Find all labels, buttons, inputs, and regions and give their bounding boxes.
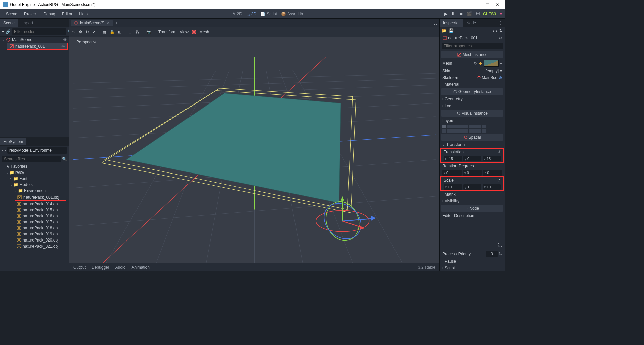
close-button[interactable]: ✕ [496,2,499,7]
path-input[interactable] [7,147,67,154]
filter-properties-input[interactable] [442,43,503,49]
rotation-x-input[interactable]: x0 [442,170,462,176]
add-node-button[interactable]: + [2,28,4,35]
tree-node-child[interactable]: naturePack_001 👁 [7,43,67,49]
section-transform[interactable]: ⌄Transform [440,141,505,148]
prop-skin-value[interactable]: [empty] [486,69,499,73]
favorites-item[interactable]: ★ Favorites: [0,163,69,169]
move-mode-button[interactable]: ✥ [79,30,82,34]
dock-options-icon[interactable]: ⋮ [63,139,67,144]
fs-root[interactable]: ⌄📁res:// [0,169,69,176]
expand-bottom-button[interactable]: ⛶ [498,243,502,247]
fs-file[interactable]: naturePack_015.obj [0,207,69,213]
add-scene-tab-button[interactable]: + [115,21,118,25]
section-lod[interactable]: ›Lod [440,102,505,109]
tab-filesystem[interactable]: FileSystem [0,138,26,145]
menu-scene[interactable]: Scene [3,10,21,18]
revert-icon[interactable]: ↺ [497,150,501,154]
tab-scene[interactable]: Scene [0,19,18,27]
transform-menu[interactable]: Transform [158,30,176,34]
list-select-button[interactable]: ▦ [103,30,106,34]
animation-tab[interactable]: Animation [131,265,149,270]
section-script[interactable]: ›Script [440,265,505,271]
open-resource-button[interactable]: 📂 [442,28,447,33]
translation-x-input[interactable]: x-15 [444,156,462,161]
translation-y-input[interactable]: y0 [463,156,481,161]
fs-file[interactable]: naturePack_001.obj [15,194,66,200]
play-button[interactable]: ▶ [444,11,448,16]
editor-assetlib-button[interactable]: 📦 AssetLib [281,12,303,16]
renderer-label[interactable]: GLES3 [483,12,496,16]
history-prev-button[interactable]: ‹ [493,28,494,33]
fs-file[interactable]: naturePack_014.obj [0,201,69,207]
stop-button[interactable]: ⏹ [459,11,463,16]
visibility-icon[interactable]: 👁 [61,44,65,48]
3d-viewport[interactable]: ⋮Perspective [69,37,439,263]
scale-y-input[interactable]: y1 [463,184,481,190]
group-button[interactable]: ⊞ [118,30,121,34]
fs-folder-models[interactable]: ⌄📁Models [0,182,69,188]
menu-editor[interactable]: Editor [59,10,76,18]
section-visibility[interactable]: ›Visibility [440,198,505,204]
perspective-label[interactable]: ⋮Perspective [72,40,98,44]
stepper-icon[interactable]: ⇅ [499,252,502,256]
local-coords-button[interactable]: ⊕ [128,30,132,34]
menu-project[interactable]: Project [21,10,40,18]
lock-button[interactable]: 🔒 [110,30,115,34]
fs-file[interactable]: naturePack_017.obj [0,219,69,225]
history-button[interactable]: ↻ [499,28,503,33]
section-geometry[interactable]: ›Geometry [440,96,505,102]
dropdown-icon[interactable]: ▾ [500,61,502,66]
section-pause[interactable]: ›Pause [440,258,505,265]
menu-help[interactable]: Help [76,10,91,18]
dropdown-icon[interactable]: ▾ [500,69,502,73]
dock-options-icon[interactable]: ⋮ [499,21,503,25]
prop-skeleton-value[interactable]: MainSce [482,75,497,80]
layers-grid[interactable] [440,124,505,129]
fs-folder-environment[interactable]: ⌄📁Environment [0,188,69,194]
key-icon[interactable]: ◆ [479,61,482,66]
revert-icon[interactable]: ↺ [497,178,501,183]
play-scene-button[interactable]: 🎬 [467,11,472,16]
audio-tab[interactable]: Audio [115,265,126,270]
rotation-z-input[interactable]: z0 [483,170,502,176]
pause-button[interactable]: ⏸ [451,11,455,16]
history-next-button[interactable]: › [496,28,497,33]
distraction-free-button[interactable]: ⛶ [433,21,437,25]
snap-button[interactable]: ⁂ [135,30,139,34]
object-properties-button[interactable]: ⚙ [498,36,502,40]
fs-file[interactable]: naturePack_019.obj [0,231,69,237]
play-custom-button[interactable]: 🎞 [475,11,480,16]
rotate-mode-button[interactable]: ↻ [86,30,89,34]
mesh-menu[interactable]: Mesh [199,30,209,34]
debugger-tab[interactable]: Debugger [92,265,109,270]
scene-tab[interactable]: MainScene(*) ✕ [71,20,113,26]
editor-3d-button[interactable]: ⬚ 3D [246,12,256,16]
renderer-dropdown-icon[interactable]: ▾ [500,12,502,16]
tree-node-root[interactable]: ⌄ MainScene 👁 [0,37,69,43]
mesh-thumbnail[interactable] [484,60,499,67]
close-tab-button[interactable]: ✕ [107,21,110,25]
instance-scene-button[interactable]: 🔗 [6,28,11,35]
fs-folder-font[interactable]: ›📁Font [0,176,69,182]
section-material[interactable]: ›Material [440,81,505,88]
nav-back-button[interactable]: ‹ [2,148,3,153]
filter-nodes-input[interactable] [12,28,66,35]
camera-override-button[interactable]: 📷 [146,30,151,34]
fs-file[interactable]: naturePack_016.obj [0,213,69,219]
maximize-button[interactable]: ☐ [486,2,490,7]
tab-import[interactable]: Import [18,19,36,27]
search-files-input[interactable] [2,156,61,162]
save-resource-button[interactable]: 💾 [449,28,454,33]
scale-x-input[interactable]: x10 [444,184,462,190]
revert-icon[interactable]: ↺ [474,61,477,66]
editor-script-button[interactable]: 📄 Script [260,12,277,16]
dock-options-icon[interactable]: ⋮ [63,21,67,25]
view-menu[interactable]: View [180,30,189,34]
tab-node[interactable]: Node [463,19,479,27]
fs-file[interactable]: naturePack_020.obj [0,237,69,243]
layers-grid2[interactable] [440,129,505,133]
translation-z-input[interactable]: z15 [483,156,501,161]
prop-process-priority-value[interactable]: 0 [486,251,498,257]
fs-file[interactable]: naturePack_021.obj [0,243,69,249]
